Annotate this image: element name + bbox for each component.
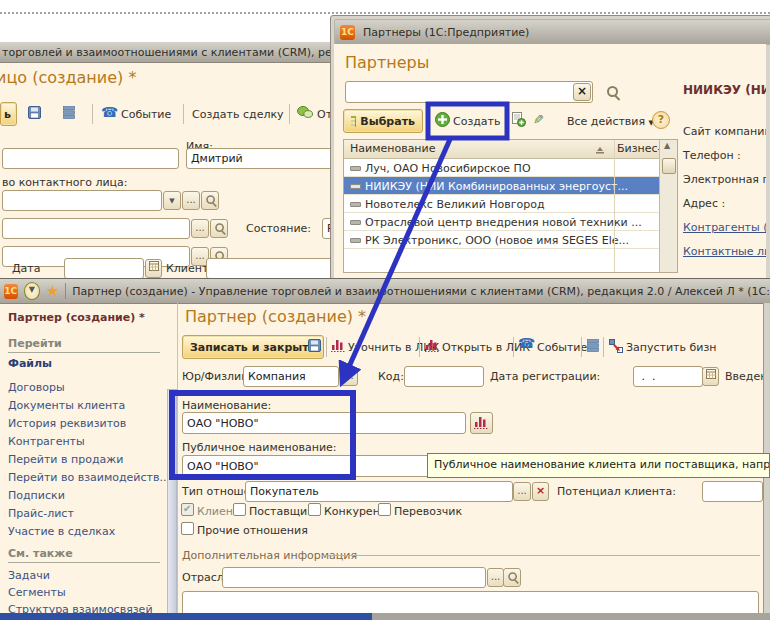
sidebar-item-contractors[interactable]: Контрагенты [8, 435, 85, 448]
row-label: НИИКЭУ (НИИ Комбинированных энергоуст... [365, 178, 628, 195]
scroll-up-icon[interactable]: ▲ [664, 141, 670, 150]
table-row[interactable]: Новотелекс Великий Новгород [344, 195, 659, 213]
ellipsis-button[interactable]: ... [340, 367, 358, 386]
surname-field[interactable] [2, 148, 179, 169]
entity-field[interactable] [243, 366, 339, 387]
search-button[interactable] [201, 191, 219, 210]
partners-heading: Партнеры [345, 53, 429, 72]
calendar-button[interactable] [702, 367, 719, 386]
help-button[interactable]: ? [652, 111, 670, 129]
item-dash-icon [350, 184, 361, 189]
edit-pencil-icon[interactable]: ✎ [533, 112, 544, 127]
sidebar-item-history[interactable]: История реквизитов [8, 417, 126, 430]
search-icon [214, 222, 225, 233]
sidebar-current-item[interactable]: Партнер (создание) * [8, 311, 145, 324]
date-field[interactable] [64, 258, 144, 279]
carrier-checkbox[interactable] [378, 503, 391, 516]
calendar-button[interactable] [145, 259, 162, 278]
public-name-field[interactable] [182, 455, 469, 477]
ellipsis-button[interactable]: ... [182, 191, 200, 210]
favorites-star-icon[interactable]: ★ [46, 282, 59, 300]
ellipsis-button[interactable]: ... [487, 568, 504, 587]
contact-window-titlebar: торговлей и взаимоотношениями с клиентам… [0, 42, 336, 63]
search-icon[interactable] [606, 85, 620, 102]
other-relations-checkbox[interactable] [181, 522, 194, 535]
select-button[interactable]: Выбрать [343, 109, 423, 133]
relation-field[interactable] [245, 481, 513, 502]
contact-window-title: торговлей и взаимоотношениями с клиентам… [2, 46, 336, 59]
create-button[interactable]: Создать [453, 115, 501, 128]
ellipsis-button[interactable]: ... [191, 219, 209, 238]
supplier-checkbox[interactable] [233, 503, 246, 516]
contractors-link[interactable]: Контрагенты (1) [683, 221, 766, 234]
name-history-button[interactable] [470, 412, 493, 434]
table-row[interactable]: РК Электроникс, ООО (новое имя SEGES Ele… [344, 231, 659, 249]
partners-search-input[interactable] [345, 81, 593, 103]
create-deal-button[interactable]: Создать сделку [192, 108, 284, 121]
save-icon[interactable] [28, 106, 41, 122]
sidebar-item-segments[interactable]: Сегменты [8, 586, 66, 599]
sidebar-item-pricelist[interactable]: Прайс-лист [8, 507, 74, 520]
sidebar-item-sales[interactable]: Перейти в продажи [8, 453, 123, 466]
search-button[interactable] [503, 568, 521, 587]
table-row-selected[interactable]: НИИКЭУ (НИИ Комбинированных энергоуст... [344, 177, 659, 195]
partner-name-field[interactable] [182, 412, 466, 434]
sidebar-item-subscriptions[interactable]: Подписки [8, 489, 65, 502]
client-checkbox[interactable] [181, 503, 194, 516]
sidebar-item-interactions[interactable]: Перейти во взаимодейств... [8, 471, 170, 484]
sidebar-item-contracts[interactable]: Договоры [8, 381, 65, 394]
partner-window-titlebar: 1С ▼ ★ Партнер (создание) - Управление т… [0, 279, 770, 304]
toolbar-separator [581, 337, 582, 357]
tooltip: Публичное наименование клиента или поста… [427, 453, 770, 478]
sidebar-item-deals[interactable]: Участие в сделках [8, 525, 115, 538]
event-button[interactable]: Событие [537, 341, 587, 354]
regdate-field[interactable] [633, 366, 703, 387]
help-label: ? [658, 113, 664, 126]
column-header-name[interactable]: Наименование [344, 140, 614, 159]
table-scrollbar[interactable]: ▲ [659, 140, 677, 272]
histogram-icon [425, 338, 440, 356]
menu-circle-button[interactable]: ▼ [24, 282, 40, 300]
all-actions-button[interactable]: Все действия ▼ [567, 115, 654, 128]
clear-button[interactable]: × [532, 482, 549, 501]
event-button[interactable]: Событие [121, 108, 171, 121]
code-field[interactable] [404, 366, 484, 387]
chevron-down-icon: ▼ [169, 197, 174, 205]
scroll-thumb[interactable] [662, 158, 676, 174]
partner-window: 1С ▼ ★ Партнер (создание) - Управление т… [0, 278, 770, 620]
sidebar-item-tasks[interactable]: Задачи [8, 569, 50, 582]
potential-field[interactable] [702, 481, 763, 502]
ellipsis-button[interactable]: ... [513, 482, 531, 501]
column-header-biz[interactable]: Бизнес- [614, 140, 659, 159]
firstname-field[interactable] [186, 148, 335, 169]
sidebar-item-files[interactable]: Файлы [8, 357, 52, 370]
save-close-button[interactable]: Записать и закрыть [182, 335, 324, 359]
search-button[interactable] [210, 219, 228, 238]
open-lik-button[interactable]: Открыть в ЛИК [442, 341, 530, 354]
dropdown-button[interactable]: ▼ [163, 191, 181, 210]
contact-person-label: во контактного лица: [2, 176, 128, 189]
biz-column-label: Бизнес- [617, 142, 659, 155]
contacts-link[interactable]: Контактные лиц [683, 245, 766, 258]
window-bottom-border-gray [372, 613, 770, 620]
org-field[interactable] [2, 218, 190, 239]
industry-field[interactable] [222, 567, 486, 588]
client-field[interactable] [206, 258, 334, 279]
contact-type-field[interactable] [2, 190, 162, 211]
table-row[interactable]: Луч, ОАО Новосибирское ПО [344, 159, 659, 177]
save-icon[interactable] [308, 339, 321, 355]
table-row[interactable]: Отраслевой центр внедрения новой техники… [344, 213, 659, 231]
run-process-button[interactable]: Запустить бизн [626, 341, 716, 354]
clear-search-button[interactable]: × [573, 83, 591, 101]
chat-icon [297, 106, 313, 122]
competitor-checkbox[interactable] [308, 503, 321, 516]
partial-save-button[interactable]: ь [0, 102, 17, 126]
partial-save-label: ь [4, 108, 11, 121]
list-icon[interactable] [63, 106, 75, 122]
list-icon[interactable] [587, 339, 599, 355]
copy-icon[interactable] [511, 112, 526, 130]
sidebar-item-client-docs[interactable]: Документы клиента [8, 399, 125, 412]
sidebar-scrollbar[interactable] [167, 389, 177, 619]
public-name-label: Публичное наименование: [182, 441, 337, 454]
top-dotted-divider [0, 12, 770, 14]
